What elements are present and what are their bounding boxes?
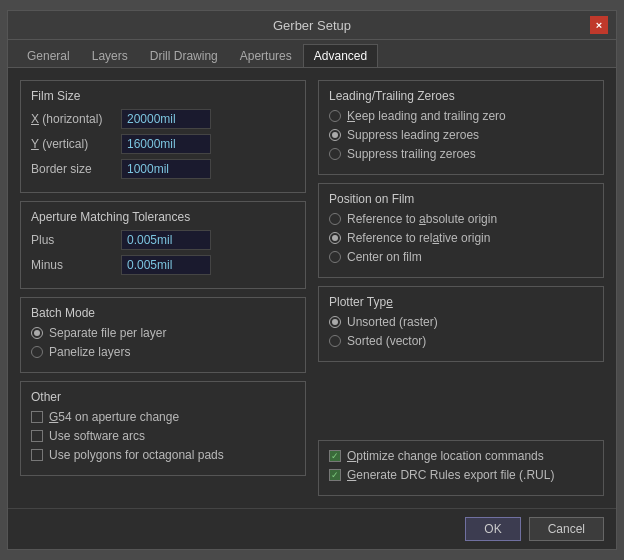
plt-opt1-label: Unsorted (raster) (347, 315, 438, 329)
minus-field-row: Minus (31, 255, 295, 275)
close-button[interactable]: × (590, 16, 608, 34)
other-opt1-checkbox[interactable] (31, 411, 43, 423)
aperture-title: Aperture Matching Tolerances (31, 210, 295, 224)
tab-layers[interactable]: Layers (81, 44, 139, 67)
dialog-footer: OK Cancel (8, 508, 616, 549)
other-opt3-checkbox[interactable] (31, 449, 43, 461)
left-column: Film Size X (horizontal) Y (vertical) (20, 80, 306, 496)
other-opt4-label: Optimize change location commands (347, 449, 544, 463)
pos-opt3-label: Center on film (347, 250, 422, 264)
ltz-opt2-row[interactable]: Suppress leading zeroes (329, 128, 593, 142)
other-opt5-label: Generate DRC Rules export file (.RUL) (347, 468, 554, 482)
x-label: X (horizontal) (31, 112, 121, 126)
pos-opt1-radio[interactable] (329, 213, 341, 225)
right-column: Leading/Trailing Zeroes Keep leading and… (318, 80, 604, 496)
pos-opt2-label: Reference to relative origin (347, 231, 490, 245)
border-input[interactable] (121, 159, 211, 179)
batch-opt1-label: Separate file per layer (49, 326, 166, 340)
film-size-title: Film Size (31, 89, 295, 103)
batch-opt1-radio[interactable] (31, 327, 43, 339)
ltz-opt1-row[interactable]: Keep leading and trailing zero (329, 109, 593, 123)
y-field-row: Y (vertical) (31, 134, 295, 154)
tab-general[interactable]: General (16, 44, 81, 67)
other-opt5-checkbox[interactable] (329, 469, 341, 481)
tab-advanced[interactable]: Advanced (303, 44, 378, 67)
minus-label: Minus (31, 258, 121, 272)
plt-opt2-label: Sorted (vector) (347, 334, 426, 348)
other-opt2-checkbox[interactable] (31, 430, 43, 442)
x-field-row: X (horizontal) (31, 109, 295, 129)
cancel-button[interactable]: Cancel (529, 517, 604, 541)
ltz-opt3-radio[interactable] (329, 148, 341, 160)
other-opt3-row[interactable]: Use polygons for octagonal pads (31, 448, 295, 462)
tab-drill-drawing[interactable]: Drill Drawing (139, 44, 229, 67)
batch-opt2-row[interactable]: Panelize layers (31, 345, 295, 359)
pos-opt2-radio[interactable] (329, 232, 341, 244)
ltz-opt3-label: Suppress trailing zeroes (347, 147, 476, 161)
aperture-section: Aperture Matching Tolerances Plus Minus (20, 201, 306, 289)
plus-field-row: Plus (31, 230, 295, 250)
other-opt3-label: Use polygons for octagonal pads (49, 448, 224, 462)
batch-opt2-radio[interactable] (31, 346, 43, 358)
ok-button[interactable]: OK (465, 517, 520, 541)
leading-trailing-title: Leading/Trailing Zeroes (329, 89, 593, 103)
ltz-opt1-radio[interactable] (329, 110, 341, 122)
other-title: Other (31, 390, 295, 404)
plus-label: Plus (31, 233, 121, 247)
border-label: Border size (31, 162, 121, 176)
pos-opt1-row[interactable]: Reference to absolute origin (329, 212, 593, 226)
tab-content: Film Size X (horizontal) Y (vertical) (8, 68, 616, 508)
title-bar: Gerber Setup × (8, 11, 616, 40)
batch-mode-section: Batch Mode Separate file per layer Panel… (20, 297, 306, 373)
minus-input[interactable] (121, 255, 211, 275)
film-size-section: Film Size X (horizontal) Y (vertical) (20, 80, 306, 193)
plotter-type-section: Plotter Type Unsorted (raster) Sorted (v… (318, 286, 604, 362)
other-opt2-row[interactable]: Use software arcs (31, 429, 295, 443)
pos-opt3-row[interactable]: Center on film (329, 250, 593, 264)
tab-bar: General Layers Drill Drawing Apertures A… (8, 40, 616, 68)
main-columns: Film Size X (horizontal) Y (vertical) (20, 80, 604, 496)
ltz-opt1-label: Keep leading and trailing zero (347, 109, 506, 123)
other-opt5-row[interactable]: Generate DRC Rules export file (.RUL) (329, 468, 593, 482)
plus-input[interactable] (121, 230, 211, 250)
other-section: Other G54 on aperture change Use softwar… (20, 381, 306, 476)
plt-opt1-radio[interactable] (329, 316, 341, 328)
tab-apertures[interactable]: Apertures (229, 44, 303, 67)
position-film-section: Position on Film Reference to absolute o… (318, 183, 604, 278)
border-field-row: Border size (31, 159, 295, 179)
ltz-opt2-label: Suppress leading zeroes (347, 128, 479, 142)
leading-trailing-section: Leading/Trailing Zeroes Keep leading and… (318, 80, 604, 175)
x-input[interactable] (121, 109, 211, 129)
pos-opt2-row[interactable]: Reference to relative origin (329, 231, 593, 245)
other-right-section: Optimize change location commands Genera… (318, 440, 604, 496)
pos-opt1-label: Reference to absolute origin (347, 212, 497, 226)
other-opt4-checkbox[interactable] (329, 450, 341, 462)
other-opt4-row[interactable]: Optimize change location commands (329, 449, 593, 463)
other-opt1-row[interactable]: G54 on aperture change (31, 410, 295, 424)
other-opt2-label: Use software arcs (49, 429, 145, 443)
plt-opt1-row[interactable]: Unsorted (raster) (329, 315, 593, 329)
plt-opt2-row[interactable]: Sorted (vector) (329, 334, 593, 348)
batch-opt2-label: Panelize layers (49, 345, 130, 359)
ltz-opt3-row[interactable]: Suppress trailing zeroes (329, 147, 593, 161)
y-input[interactable] (121, 134, 211, 154)
gerber-setup-dialog: Gerber Setup × General Layers Drill Draw… (7, 10, 617, 550)
batch-mode-title: Batch Mode (31, 306, 295, 320)
dialog-title: Gerber Setup (34, 18, 590, 33)
ltz-opt2-radio[interactable] (329, 129, 341, 141)
other-opt1-label: G54 on aperture change (49, 410, 179, 424)
pos-opt3-radio[interactable] (329, 251, 341, 263)
plotter-type-title: Plotter Type (329, 295, 593, 309)
batch-opt1-row[interactable]: Separate file per layer (31, 326, 295, 340)
y-label: Y (vertical) (31, 137, 121, 151)
position-film-title: Position on Film (329, 192, 593, 206)
plt-opt2-radio[interactable] (329, 335, 341, 347)
